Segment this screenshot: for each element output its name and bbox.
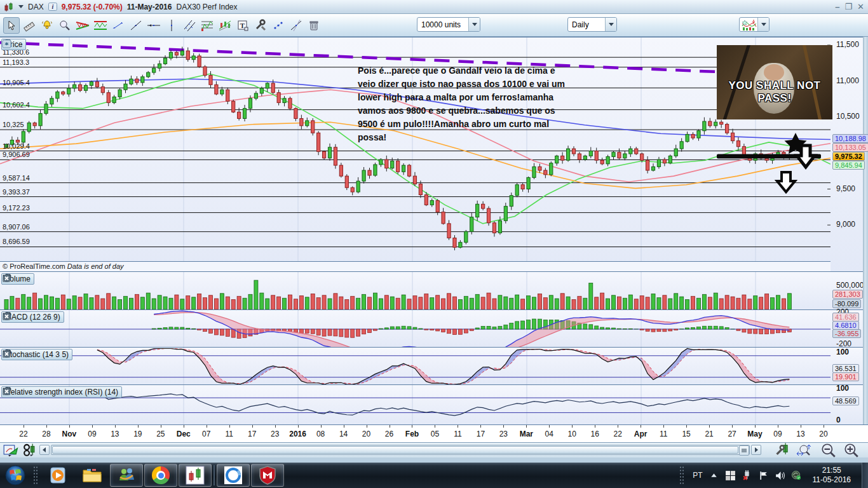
candlestick[interactable] bbox=[294, 109, 297, 119]
candlestick[interactable] bbox=[90, 82, 93, 86]
candlestick[interactable] bbox=[510, 196, 513, 207]
candlestick[interactable] bbox=[430, 201, 433, 205]
small-points-tool[interactable] bbox=[270, 17, 287, 34]
candlestick[interactable] bbox=[107, 93, 110, 103]
candlestick[interactable] bbox=[163, 58, 166, 64]
candlestick[interactable] bbox=[668, 156, 672, 163]
candlestick[interactable] bbox=[521, 185, 524, 189]
candlestick[interactable] bbox=[566, 149, 569, 160]
candlestick[interactable] bbox=[300, 119, 303, 126]
drawn-arrow-down-2[interactable] bbox=[777, 172, 795, 192]
candlestick[interactable] bbox=[504, 207, 507, 221]
candlestick-analysis-tool[interactable] bbox=[217, 17, 233, 34]
candlestick[interactable] bbox=[198, 56, 201, 67]
share-chart-icon[interactable] bbox=[3, 442, 20, 459]
candlestick[interactable] bbox=[492, 223, 496, 233]
candlestick[interactable] bbox=[436, 201, 439, 212]
candlestick[interactable] bbox=[306, 121, 309, 126]
line-tool[interactable] bbox=[128, 17, 144, 34]
candlestick[interactable] bbox=[379, 159, 383, 165]
candlestick[interactable] bbox=[555, 156, 559, 163]
chart-annotation-text[interactable]: Pois é...parece que o Gandalf veio la de… bbox=[358, 64, 631, 144]
units-dropdown-button[interactable] bbox=[468, 18, 480, 31]
taskbar-java-app[interactable] bbox=[217, 464, 250, 487]
candlestick[interactable] bbox=[118, 90, 121, 97]
candlestick[interactable] bbox=[515, 185, 519, 196]
candlestick[interactable] bbox=[680, 142, 683, 149]
candlestick[interactable] bbox=[141, 77, 144, 83]
candlestick[interactable] bbox=[67, 88, 71, 94]
candlestick[interactable] bbox=[407, 165, 410, 176]
close-button[interactable]: ✕ bbox=[857, 2, 864, 11]
language-indicator[interactable]: PT bbox=[693, 471, 702, 480]
candlestick[interactable] bbox=[612, 152, 615, 157]
candlestick[interactable] bbox=[651, 166, 654, 170]
candlestick[interactable] bbox=[209, 76, 212, 85]
candlestick[interactable] bbox=[623, 154, 627, 158]
chart-settings-icon[interactable] bbox=[775, 442, 791, 459]
candlestick[interactable] bbox=[686, 134, 689, 141]
candlestick[interactable] bbox=[374, 165, 377, 175]
candlestick[interactable] bbox=[158, 64, 161, 68]
candlestick[interactable] bbox=[561, 156, 564, 160]
candlestick[interactable] bbox=[33, 123, 36, 126]
close-panel-icon[interactable] bbox=[2, 349, 11, 358]
candlestick[interactable] bbox=[260, 88, 263, 93]
candlestick[interactable] bbox=[232, 101, 235, 112]
restore-button[interactable]: ❐ bbox=[844, 2, 852, 11]
candlestick[interactable] bbox=[544, 170, 547, 175]
candlestick[interactable] bbox=[391, 161, 394, 168]
candlestick[interactable] bbox=[674, 149, 677, 156]
start-button[interactable] bbox=[1, 464, 30, 487]
taskbar-messenger[interactable] bbox=[110, 464, 143, 487]
candlestick[interactable] bbox=[135, 79, 139, 83]
candlestick[interactable] bbox=[271, 83, 275, 93]
zoom-out-icon[interactable] bbox=[820, 442, 837, 459]
candlestick[interactable] bbox=[459, 242, 462, 247]
taskbar-mcafee[interactable] bbox=[251, 464, 284, 487]
price-panel[interactable]: 11,330.611,193.310,905.410,602.410,32510… bbox=[0, 37, 868, 271]
candlestick[interactable] bbox=[62, 92, 65, 94]
candlestick[interactable] bbox=[192, 56, 195, 60]
taskbar-explorer[interactable] bbox=[76, 464, 109, 487]
horizontal-line-tool[interactable] bbox=[146, 17, 162, 34]
candlestick[interactable] bbox=[424, 195, 428, 205]
candlestick[interactable] bbox=[283, 98, 286, 103]
candlestick[interactable] bbox=[130, 79, 133, 84]
crossed-lines-tool[interactable] bbox=[288, 17, 304, 34]
ruler-tool[interactable] bbox=[21, 17, 37, 34]
candlestick[interactable] bbox=[78, 85, 81, 90]
candlestick[interactable] bbox=[606, 157, 609, 164]
action-center-flag-icon[interactable] bbox=[758, 470, 769, 481]
move-panel-up-icon[interactable] bbox=[2, 39, 11, 48]
candlestick[interactable] bbox=[635, 149, 638, 154]
taskbar-media-player[interactable] bbox=[41, 464, 74, 487]
candlestick[interactable] bbox=[39, 114, 42, 126]
candlestick[interactable] bbox=[84, 85, 87, 90]
close-panel-icon[interactable] bbox=[2, 312, 11, 321]
period-dropdown[interactable]: Daily bbox=[567, 17, 617, 32]
candlestick[interactable] bbox=[50, 98, 53, 104]
volume-icon[interactable] bbox=[775, 470, 785, 481]
stochastic-panel-header[interactable]: Stochastic (14 3 5) bbox=[1, 349, 72, 360]
candlestick[interactable] bbox=[419, 184, 422, 195]
candlestick[interactable] bbox=[153, 68, 156, 72]
candlestick[interactable] bbox=[101, 87, 104, 93]
candlestick[interactable] bbox=[397, 161, 400, 172]
candlestick[interactable] bbox=[465, 231, 468, 242]
pattern-range-tool[interactable] bbox=[92, 17, 109, 34]
price-panel-header[interactable]: Price bbox=[1, 39, 26, 50]
candlestick[interactable] bbox=[646, 160, 649, 170]
candlestick[interactable] bbox=[703, 121, 706, 131]
candlestick[interactable] bbox=[731, 133, 734, 140]
alarm-tool[interactable] bbox=[39, 17, 55, 34]
candlestick[interactable] bbox=[95, 82, 98, 87]
vertical-scroll-strip[interactable] bbox=[863, 37, 868, 443]
period-dropdown-button[interactable] bbox=[605, 18, 616, 31]
candlestick[interactable] bbox=[322, 152, 325, 158]
candlestick[interactable] bbox=[351, 187, 354, 192]
candlestick[interactable] bbox=[169, 52, 172, 58]
candlestick[interactable] bbox=[618, 152, 621, 158]
delete-tool[interactable] bbox=[306, 17, 322, 34]
candlestick[interactable] bbox=[238, 112, 241, 118]
